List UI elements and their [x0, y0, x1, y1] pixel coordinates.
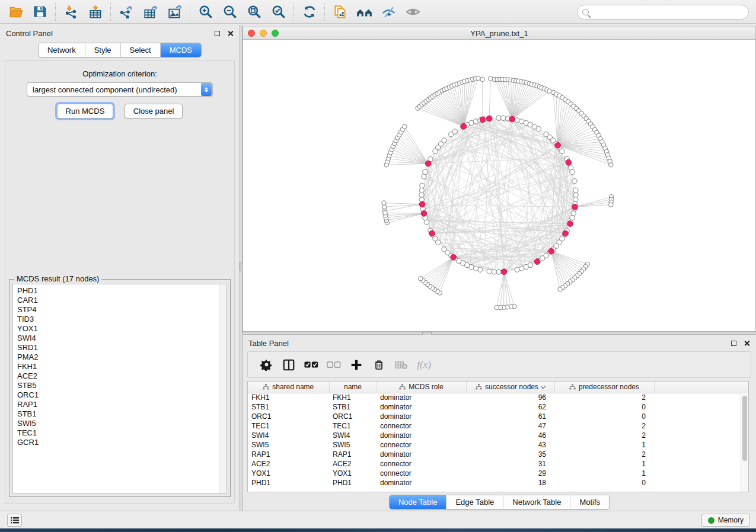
network-canvas[interactable] [243, 40, 755, 331]
table-cell[interactable]: ACE2 [329, 459, 377, 469]
table-row[interactable]: SWI5SWI5connector431 [248, 440, 748, 450]
table-cell[interactable]: ACE2 [248, 459, 329, 469]
table-cell[interactable]: connector [377, 469, 466, 478]
mcds-result-item[interactable]: FKH1 [17, 362, 227, 371]
zoom-fit-button[interactable] [242, 1, 266, 23]
table-cell[interactable]: STB1 [248, 402, 329, 412]
table-cell[interactable]: 0 [554, 412, 654, 421]
table-scrollbar[interactable] [741, 393, 748, 492]
refresh-button[interactable] [297, 1, 321, 23]
table-row[interactable]: STB1STB1dominator620 [248, 402, 748, 412]
table-settings-button[interactable] [255, 354, 277, 376]
table-cell[interactable]: dominator [377, 450, 466, 459]
clone-network-button[interactable] [328, 1, 352, 23]
tab-style[interactable]: Style [85, 43, 120, 57]
show-all-button[interactable] [401, 1, 425, 23]
table-cell[interactable]: 62 [466, 402, 554, 412]
tab-edge-table[interactable]: Edge Table [446, 495, 503, 509]
column-header-MCDS-role[interactable]: MCDS role [377, 382, 466, 393]
open-file-button[interactable] [4, 1, 28, 23]
optimization-criterion-select[interactable]: largest connected component (undirected) [27, 82, 213, 97]
mcds-result-item[interactable]: SRD1 [17, 343, 227, 352]
table-cell[interactable]: dominator [377, 393, 466, 402]
tab-mcds[interactable]: MCDS [160, 43, 201, 57]
table-cell[interactable]: 2 [554, 393, 654, 402]
table-cell[interactable]: dominator [377, 431, 466, 440]
table-cell[interactable]: SWI4 [248, 431, 329, 440]
table-cell[interactable]: dominator [377, 478, 466, 488]
table-cell[interactable]: 29 [466, 469, 554, 478]
table-cell[interactable]: 1 [554, 469, 654, 478]
table-row[interactable]: YOX1YOX1connector291 [248, 469, 748, 478]
mcds-result-item[interactable]: STB5 [17, 381, 227, 390]
scrollbar-thumb[interactable] [742, 396, 747, 461]
delete-column-button[interactable] [368, 354, 390, 376]
mcds-result-list[interactable]: PHD1CAR1STP4TID3YOX1SWI4SRD1PMA2FKH1ACE2… [12, 284, 227, 493]
table-cell[interactable]: PHD1 [329, 478, 377, 488]
table-cell[interactable]: SWI5 [248, 440, 329, 450]
mcds-result-item[interactable]: STB1 [17, 409, 227, 419]
tab-node-table[interactable]: Node Table [390, 495, 446, 509]
tab-network[interactable]: Network [39, 43, 85, 57]
hide-selected-button[interactable] [377, 1, 401, 23]
table-cell[interactable]: STB1 [329, 402, 377, 412]
table-cell[interactable]: 2 [554, 421, 654, 431]
table-cell[interactable]: connector [377, 440, 466, 450]
import-table-button[interactable] [83, 1, 107, 23]
table-cell[interactable]: SWI4 [329, 431, 377, 440]
table-cell[interactable]: 31 [466, 459, 554, 469]
search-box[interactable] [577, 5, 749, 20]
table-cell[interactable]: ORC1 [329, 412, 377, 421]
column-header-successor-nodes[interactable]: successor nodes [466, 382, 554, 393]
table-cell[interactable]: 1 [554, 459, 654, 469]
tab-motifs[interactable]: Motifs [570, 495, 609, 509]
mcds-result-item[interactable]: PMA2 [17, 352, 227, 362]
save-session-button[interactable] [28, 1, 52, 23]
mcds-result-item[interactable]: SWI4 [17, 334, 227, 343]
tab-select[interactable]: Select [120, 43, 160, 57]
first-neighbors-button[interactable] [352, 1, 377, 23]
table-row[interactable]: FKH1FKH1dominator962 [248, 393, 748, 402]
table-cell[interactable]: 18 [466, 478, 554, 488]
zoom-in-button[interactable] [193, 1, 218, 23]
export-table-button[interactable] [138, 1, 162, 23]
float-panel-icon[interactable] [731, 341, 736, 346]
function-builder-button[interactable]: f(x) [413, 354, 435, 376]
table-cell[interactable]: TEC1 [329, 421, 377, 431]
mcds-result-item[interactable]: ACE2 [17, 371, 227, 381]
mcds-result-item[interactable]: PHD1 [17, 286, 227, 296]
table-row[interactable]: PHD1PHD1dominator180 [248, 478, 748, 488]
table-cell[interactable]: 43 [466, 440, 554, 450]
table-cell[interactable]: dominator [377, 402, 466, 412]
table-row[interactable]: RAP1RAP1dominator352 [248, 450, 748, 459]
table-row[interactable]: ACE2ACE2connector311 [248, 459, 748, 469]
table-cell[interactable]: TEC1 [248, 421, 329, 431]
mcds-result-item[interactable]: TID3 [17, 315, 227, 324]
table-cell[interactable]: 96 [466, 393, 554, 402]
show-panels-button[interactable] [7, 514, 22, 527]
table-cell[interactable]: FKH1 [329, 393, 377, 402]
memory-button[interactable]: Memory [701, 514, 750, 527]
add-column-button[interactable] [345, 354, 368, 376]
select-all-button[interactable] [300, 354, 323, 376]
table-cell[interactable]: SWI5 [329, 440, 377, 450]
search-input[interactable] [589, 5, 748, 19]
table-cell[interactable]: RAP1 [248, 450, 329, 459]
mcds-result-item[interactable]: TEC1 [17, 428, 227, 438]
table-row[interactable]: SWI4SWI4dominator462 [248, 431, 748, 440]
mcds-result-item[interactable]: CAR1 [17, 296, 227, 305]
column-header-shared-name[interactable]: shared name [248, 382, 329, 393]
table-cell[interactable]: 0 [554, 402, 654, 412]
table-cell[interactable]: 2 [554, 431, 654, 440]
table-cell[interactable]: 0 [554, 478, 654, 488]
table-row[interactable]: ORC1ORC1dominator610 [248, 412, 748, 421]
mcds-result-item[interactable]: GCR1 [17, 438, 227, 447]
mcds-result-item[interactable]: STP4 [17, 305, 227, 315]
zoom-out-button[interactable] [218, 1, 242, 23]
export-network-button[interactable] [114, 1, 138, 23]
export-image-button[interactable] [162, 1, 187, 23]
column-header-name[interactable]: name [329, 382, 377, 393]
deselect-all-button[interactable] [323, 354, 345, 376]
table-cell[interactable]: 35 [466, 450, 554, 459]
close-panel-icon[interactable] [744, 340, 750, 347]
